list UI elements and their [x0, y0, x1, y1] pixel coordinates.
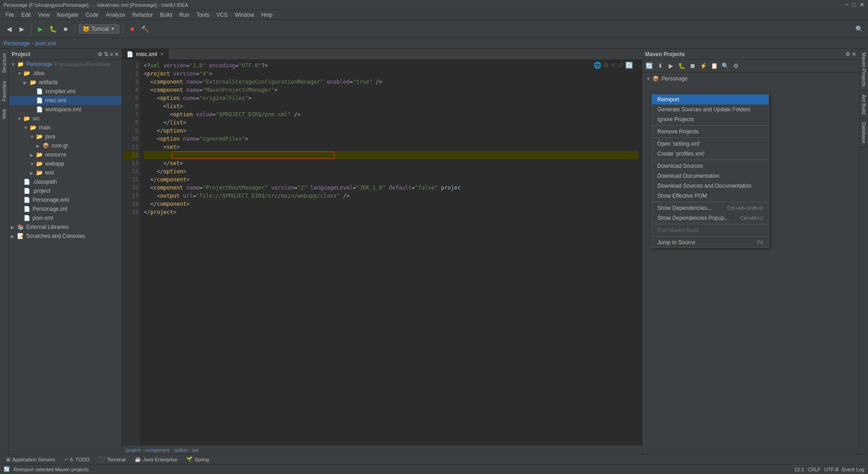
tab-misc-xml[interactable]: 📄 misc.xml ✕ [122, 49, 169, 59]
ctx-show-dependencies[interactable]: Show Dependencies... Ctrl+Alt+Shift+U [652, 203, 769, 213]
editor-icon-5[interactable]: 🔄 [625, 62, 633, 69]
tree-external-libs[interactable]: ▶ 📚 External Libraries [9, 223, 122, 232]
ctx-jump-to-source[interactable]: Jump to Source F4 [652, 237, 769, 247]
menu-build[interactable]: Build [156, 11, 176, 19]
menu-tools[interactable]: Tools [193, 11, 213, 19]
maven-filter-btn[interactable]: 🔍 [720, 61, 730, 71]
breadcrumb-component-label[interactable]: component [145, 447, 170, 453]
ctx-show-dependencies-popup[interactable]: Show Dependencies Popup... Ctrl+Alt+U [652, 213, 769, 223]
tree-personage-root[interactable]: ▼ 📁 Personage F:\shuqingyou\Personage [9, 60, 122, 69]
breadcrumb-project-label[interactable]: project [126, 447, 141, 453]
sidebar-settings-icon[interactable]: ⚙ [98, 51, 103, 57]
forward-btn[interactable]: ▶ [16, 24, 27, 34]
maven-expand-icon[interactable]: ✕ [852, 51, 856, 57]
maven-collapse-btn[interactable]: 📋 [709, 61, 719, 71]
spring-tab[interactable]: 🌱 Spring [184, 456, 211, 462]
ctx-download-sources-docs[interactable]: Download Sources and Documentation [652, 181, 769, 191]
menu-edit[interactable]: Edit [18, 11, 34, 19]
menu-vcs[interactable]: VCS [213, 11, 231, 19]
code-editor[interactable]: 12345 678910 1112131415 16171819 <?xml v… [122, 60, 642, 445]
editor-icon-1[interactable]: 🌐 [594, 62, 601, 69]
maven-skip-test-btn[interactable]: ⚡ [698, 61, 708, 71]
tab-close-misc[interactable]: ✕ [160, 52, 164, 57]
breadcrumb-pomxml[interactable]: pom.xml [35, 40, 56, 47]
tree-compiler-xml[interactable]: 📄 compiler.xml [9, 87, 122, 96]
ctx-remove-projects[interactable]: Remove Projects [652, 127, 769, 137]
maven-tree-personage[interactable]: ▼ 📦 Personage [644, 74, 857, 83]
maven-reimport-btn[interactable]: ⬇ [655, 61, 665, 71]
menu-run[interactable]: Run [176, 11, 193, 19]
maven-debug-btn[interactable]: 🐛 [677, 61, 687, 71]
menu-file[interactable]: File [2, 11, 18, 19]
stop-btn[interactable]: ■ [127, 24, 138, 34]
menu-navigate[interactable]: Navigate [53, 11, 82, 19]
event-log[interactable]: Event Log [842, 467, 864, 472]
tree-idea[interactable]: ▼ 📂 .idea [9, 69, 122, 78]
cursor-position[interactable]: 12:1 [794, 467, 804, 472]
tree-com-gr[interactable]: ▶ 📦 com.gr [9, 141, 122, 150]
tree-resource[interactable]: ▶ 📂 resource [9, 150, 122, 159]
line-ending[interactable]: CRLF [808, 467, 821, 472]
todo-tab[interactable]: ✓ 6: TODO [62, 456, 92, 462]
ctx-ignore-projects[interactable]: Ignore Projects [652, 114, 769, 124]
menu-help[interactable]: Help [258, 11, 276, 19]
menu-window[interactable]: Window [231, 11, 258, 19]
database-tab[interactable]: Database [859, 118, 868, 147]
menu-view[interactable]: View [34, 11, 53, 19]
tree-webapp[interactable]: ▼ 📂 webapp [9, 159, 122, 168]
maven-projects-tab[interactable]: Maven Projects [859, 49, 868, 91]
search-btn[interactable]: 🔍 [854, 24, 864, 34]
breadcrumb-option-label[interactable]: option [174, 447, 188, 453]
menu-code[interactable]: Code [82, 11, 102, 19]
back-btn[interactable]: ◀ [4, 24, 14, 34]
maven-settings2-btn[interactable]: ⚙ [731, 61, 741, 71]
tomcat-config[interactable]: 🐱 Tomcat ▼ [79, 24, 119, 33]
build-btn[interactable]: 🔨 [140, 24, 151, 34]
web-tab[interactable]: Web [0, 105, 9, 123]
debug-btn[interactable]: 🐛 [47, 24, 58, 34]
tree-personage-iml[interactable]: 📄 Personage.iml [9, 204, 122, 213]
tree-src[interactable]: ▼ 📂 src [9, 114, 122, 123]
code-content[interactable]: <?xml version="1.0" encoding="UTF-8"?> <… [140, 60, 642, 445]
structure-tab[interactable]: Structure [0, 49, 9, 77]
tree-classpath[interactable]: 📄 .classpath [9, 177, 122, 186]
ctx-download-docs[interactable]: Download Documentation [652, 171, 769, 181]
tree-personage-eml[interactable]: 📄 Personage.eml [9, 195, 122, 204]
ctx-generate-sources[interactable]: Generate Sources and Update Folders [652, 104, 769, 114]
code-line-12[interactable] [144, 151, 638, 159]
ctx-reimport[interactable]: Reimport [652, 95, 769, 104]
tree-main[interactable]: ▼ 📂 main [9, 123, 122, 132]
run-btn[interactable]: ▶ [35, 24, 46, 34]
tree-project[interactable]: 📄 .project [9, 186, 122, 195]
terminal-tab[interactable]: ⬛ Terminal [97, 456, 127, 462]
tree-pom-xml[interactable]: 📄 pom.xml [9, 213, 122, 223]
tree-scratches[interactable]: ▶ 📝 Scratches and Consoles [9, 232, 122, 241]
menu-refactor[interactable]: Refactor [129, 11, 156, 19]
maven-stop-btn[interactable]: ⏹ [688, 61, 698, 71]
tree-misc-xml[interactable]: 📄 misc.xml [9, 96, 122, 105]
tree-test[interactable]: ▶ 📂 test [9, 168, 122, 177]
minimize-icon[interactable]: − [845, 1, 849, 8]
java-enterprise-tab[interactable]: ☕ Java Enterprise [133, 456, 179, 462]
tree-artifacts[interactable]: ▶ 📂 artifacts [9, 78, 122, 87]
favorites-tab[interactable]: Favorites [0, 77, 9, 105]
maven-refresh-btn[interactable]: 🔄 [644, 61, 654, 71]
ctx-open-setting[interactable]: Open 'setting.xml' [652, 139, 769, 149]
sidebar-close-icon[interactable]: ✕ [114, 51, 119, 57]
ctx-show-effective-pom[interactable]: Show Effective POM [652, 191, 769, 201]
editor-icon-3[interactable]: ✕ [611, 62, 616, 69]
editor-icon-2[interactable]: ⚙ [603, 62, 609, 69]
tree-workspace-xml[interactable]: 📄 workspace.xml [9, 105, 122, 114]
maximize-icon[interactable]: □ [852, 1, 856, 8]
app-servers-tab[interactable]: 🖥 Application Servers [4, 457, 57, 462]
breadcrumb-project[interactable]: Personage [4, 40, 30, 47]
ctx-download-sources[interactable]: Download Sources [652, 161, 769, 171]
tree-java[interactable]: ▼ 📂 java [9, 132, 122, 141]
charset[interactable]: UTF-8 [824, 467, 838, 472]
menu-analyze[interactable]: Analyze [102, 11, 129, 19]
ctx-create-profiles[interactable]: Create 'profiles.xml' [652, 149, 769, 159]
maven-run-btn[interactable]: ▶ [666, 61, 676, 71]
sidebar-sort-icon[interactable]: ⇅ [104, 51, 108, 57]
breadcrumb-set-label[interactable]: set [192, 447, 198, 453]
coverage-btn[interactable]: ■ [60, 24, 71, 34]
